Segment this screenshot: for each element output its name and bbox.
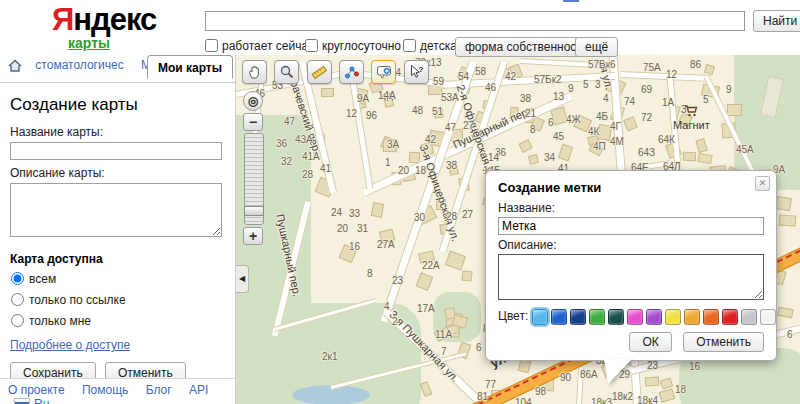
building — [420, 381, 433, 397]
zoom-out-button[interactable]: − — [243, 113, 263, 131]
zoom-slider[interactable] — [244, 133, 264, 225]
ruler-tool-button[interactable] — [307, 60, 332, 84]
house-number: 4Ж — [566, 114, 581, 125]
access-option-all[interactable]: всем — [10, 272, 225, 286]
access-radio-me[interactable] — [11, 314, 24, 327]
building — [321, 88, 334, 97]
footer-help-link[interactable]: Помощь — [82, 383, 128, 397]
footer-api-link[interactable]: API — [189, 383, 208, 397]
house-number: 43А — [295, 134, 313, 145]
yandex-logo[interactable]: Яндекс — [52, 2, 156, 38]
home-icon[interactable] — [8, 59, 22, 75]
russia-flag-icon — [14, 398, 30, 404]
house-number: 47 — [284, 116, 295, 127]
house-number: 7 — [441, 346, 447, 357]
color-swatch-3[interactable] — [589, 309, 605, 325]
house-number: 20 — [337, 223, 348, 234]
popup-tail — [604, 359, 632, 384]
footer-blog-link[interactable]: Блог — [146, 383, 172, 397]
placemark-desc-label: Описание: — [498, 238, 764, 252]
filter-around-clock[interactable]: круглосуточно — [305, 39, 401, 53]
building — [659, 389, 676, 404]
zoom-slider-handle[interactable] — [244, 206, 264, 216]
ok-button[interactable]: ОК — [629, 332, 671, 352]
house-number: 31 — [357, 223, 368, 234]
footer-about-link[interactable]: О проекте — [8, 383, 65, 397]
children-checkbox[interactable] — [403, 39, 416, 52]
color-swatch-5[interactable] — [627, 309, 643, 325]
house-number: 96 — [366, 110, 377, 121]
search-input[interactable] — [205, 11, 745, 31]
tab-search-results[interactable]: стоматологичес — [35, 58, 123, 72]
access-option-link[interactable]: только по ссылке — [10, 293, 225, 307]
house-number: 1 — [385, 157, 391, 168]
building — [558, 143, 573, 161]
zoom-in-button[interactable]: + — [243, 227, 263, 245]
popup-title: Создание метки — [498, 180, 764, 195]
sidebar-collapse-handle[interactable]: ◀ — [236, 265, 249, 293]
house-number: 45 — [553, 131, 564, 142]
building — [696, 138, 708, 152]
hand-tool-button[interactable] — [242, 60, 267, 84]
find-button[interactable]: Найти — [753, 10, 800, 32]
house-number: 41 — [320, 163, 331, 174]
house-number: 27 — [462, 209, 473, 220]
close-icon[interactable]: ✕ — [755, 176, 770, 191]
house-number: 2к1 — [322, 351, 338, 362]
zoom-control: ◎ − + — [243, 91, 263, 247]
poi-magnit[interactable]: Магнит — [673, 105, 710, 131]
building — [445, 251, 466, 271]
zoom-region-button[interactable]: ◎ — [243, 91, 263, 111]
color-swatch-0[interactable] — [532, 309, 548, 325]
house-number: 4 — [384, 301, 390, 312]
color-swatch-10[interactable] — [722, 309, 738, 325]
building — [645, 377, 659, 387]
inspect-tool-button[interactable]: ? — [404, 60, 429, 84]
house-number: 77 — [485, 379, 496, 390]
tab-my-maps[interactable]: Мои карты — [147, 55, 233, 79]
map-desc-textarea[interactable] — [10, 183, 222, 237]
top-cutoff-link[interactable] — [563, 0, 579, 2]
access-details-link[interactable]: Подробнее о доступе — [10, 338, 130, 352]
house-number: 4 — [603, 93, 609, 104]
access-option-me[interactable]: только мне — [10, 314, 225, 328]
zoom-area-tool-button[interactable] — [274, 60, 299, 84]
access-radio-all[interactable] — [11, 272, 24, 285]
house-number: 17А — [417, 303, 435, 314]
house-number: 24 — [331, 207, 342, 218]
color-swatch-6[interactable] — [646, 309, 662, 325]
access-radio-link[interactable] — [11, 293, 24, 306]
placemark-desc-textarea[interactable] — [498, 254, 764, 300]
add-placemark-tool-button[interactable] — [371, 60, 396, 84]
language-label[interactable]: Ru — [34, 397, 49, 404]
placemark-name-input[interactable] — [498, 217, 764, 235]
house-number: 104 — [515, 397, 532, 404]
color-swatch-9[interactable] — [703, 309, 719, 325]
popup-cancel-button[interactable]: Отменить — [683, 332, 764, 352]
maps-link[interactable]: карты — [68, 35, 110, 51]
color-swatch-8[interactable] — [684, 309, 700, 325]
page-title: Создание карты — [10, 95, 225, 115]
building — [704, 64, 715, 75]
house-number: 9 — [568, 83, 574, 94]
color-swatch-11[interactable] — [741, 309, 757, 325]
map-canvas[interactable]: Пушкарный пер.Пушкарный пер.Карачевский … — [236, 55, 800, 404]
color-swatch-4[interactable] — [608, 309, 624, 325]
works-now-checkbox[interactable] — [205, 39, 218, 52]
color-swatch-1[interactable] — [551, 309, 567, 325]
house-number: 4П — [593, 141, 606, 152]
color-swatch-12[interactable] — [760, 309, 776, 325]
sidebar: стоматологичес Маршруты Мои карты Создан… — [0, 55, 236, 404]
color-swatch-2[interactable] — [570, 309, 586, 325]
color-swatch-7[interactable] — [665, 309, 681, 325]
map-name-input[interactable] — [10, 142, 222, 160]
around-clock-checkbox[interactable] — [305, 39, 318, 52]
more-filters-button[interactable]: ещё — [575, 37, 618, 57]
house-number: 18к2 — [612, 391, 633, 402]
filter-works-now[interactable]: работает сейчас — [205, 39, 314, 53]
house-number: 28 — [446, 211, 457, 222]
house-number: 8 — [530, 124, 536, 135]
house-number: 69 — [641, 84, 652, 95]
route-tool-button[interactable] — [339, 60, 364, 84]
house-number: 33 — [349, 208, 360, 219]
